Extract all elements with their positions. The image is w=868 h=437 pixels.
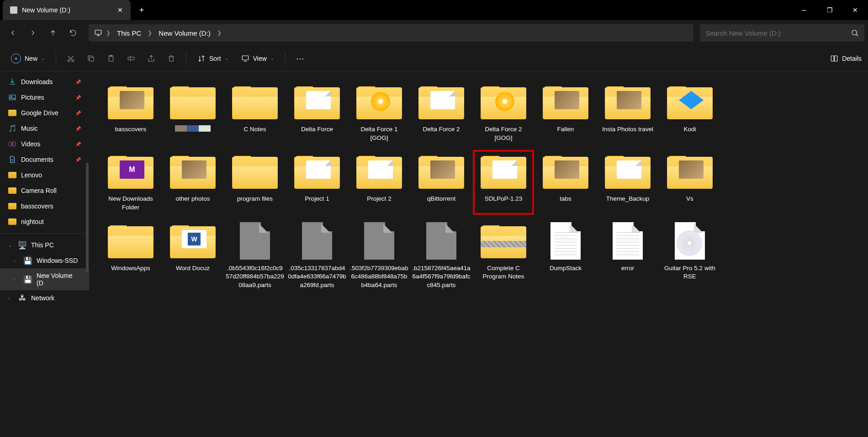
folder-item[interactable]: Project 1: [286, 150, 348, 215]
chevron-right-icon[interactable]: ❯: [106, 30, 111, 36]
search-input[interactable]: [705, 29, 851, 37]
folder-item[interactable]: Insta Photos travel: [597, 80, 658, 145]
file-item[interactable]: .035c13317837abd40dfa4e633f66a7479ba269f…: [286, 219, 348, 293]
sort-icon: [197, 54, 206, 63]
sidebar-this-pc[interactable]: ⌄ 🖥️ This PC: [0, 237, 89, 253]
refresh-button[interactable]: [64, 24, 82, 42]
folder-item[interactable]: qBittorrent: [411, 150, 472, 215]
folder-item[interactable]: Delta Force 2 [GOG]: [473, 80, 534, 145]
sidebar-item[interactable]: Google Drive 📌: [0, 105, 89, 121]
share-button[interactable]: [143, 50, 159, 67]
more-button[interactable]: ⋯: [292, 50, 308, 67]
new-tab-button[interactable]: +: [133, 2, 150, 18]
folder-item[interactable]: WWord Docuz: [162, 219, 223, 293]
window-tab[interactable]: New Volume (D:) ✕: [3, 0, 131, 20]
sidebar-item[interactable]: Documents 📌: [0, 152, 89, 167]
view-label: View: [253, 55, 267, 62]
folder-item[interactable]: tabs: [535, 150, 596, 215]
sidebar-drive-ssd[interactable]: › 💾 Windows-SSD: [0, 253, 89, 268]
item-label: C Notes: [244, 125, 266, 134]
svg-rect-9: [831, 56, 834, 61]
breadcrumb-this-pc[interactable]: This PC: [114, 27, 144, 39]
item-thumbnail: [106, 222, 155, 260]
forward-button[interactable]: [24, 24, 42, 42]
folder-item[interactable]: SDLPoP-1.23: [473, 150, 534, 215]
folder-item[interactable]: MNew Downloads Folder: [100, 150, 161, 215]
file-item[interactable]: DumpStack: [535, 219, 596, 293]
folder-item[interactable]: program files: [224, 150, 286, 215]
back-button[interactable]: [4, 24, 22, 42]
up-button[interactable]: [44, 24, 62, 42]
item-thumbnail: [479, 83, 528, 121]
svg-rect-4: [90, 57, 94, 61]
delete-button[interactable]: [163, 50, 180, 67]
item-thumbnail: [417, 153, 466, 190]
scrollbar[interactable]: [86, 163, 89, 272]
file-item[interactable]: error: [597, 219, 658, 293]
sidebar-drive-d[interactable]: › 💾 New Volume (D: [0, 268, 89, 290]
expand-icon[interactable]: ›: [8, 296, 14, 301]
folder-item[interactable]: other photos: [162, 150, 223, 215]
folder-item[interactable]: Fallen: [535, 80, 596, 145]
folder-item[interactable]: [162, 80, 223, 145]
sidebar-item[interactable]: Camera Roll: [0, 183, 89, 198]
breadcrumb-volume[interactable]: New Volume (D:): [156, 27, 213, 39]
folder-item[interactable]: C Notes: [224, 80, 286, 145]
folder-item[interactable]: Delta Force: [286, 80, 348, 145]
pin-icon: 📌: [75, 111, 81, 116]
item-label: Theme_Backup: [606, 195, 650, 203]
maximize-button[interactable]: ❐: [817, 0, 842, 20]
paste-button[interactable]: [103, 50, 119, 67]
file-item[interactable]: .503f2b7739309ebab6c486a88bf848a75bb4ba6…: [349, 219, 410, 293]
sidebar-item[interactable]: Videos 📌: [0, 136, 89, 152]
item-thumbnail: [541, 83, 590, 121]
sort-button[interactable]: Sort ⌄: [193, 52, 233, 65]
address-bar[interactable]: ❯ This PC ❯ New Volume (D:) ❯: [89, 24, 693, 42]
new-button[interactable]: + New ⌄: [6, 51, 49, 66]
folder-item[interactable]: Complete C Program Notes: [473, 219, 534, 293]
sidebar-item[interactable]: basscovers: [0, 198, 89, 214]
sort-label: Sort: [209, 55, 221, 62]
svg-rect-0: [95, 30, 101, 34]
search-bar[interactable]: [700, 24, 864, 42]
chevron-right-icon[interactable]: ❯: [217, 30, 222, 36]
expand-icon[interactable]: ⌄: [8, 243, 14, 248]
sidebar-item[interactable]: 🎵 Music 📌: [0, 121, 89, 136]
details-button[interactable]: Details: [830, 54, 862, 63]
close-window-button[interactable]: ✕: [842, 0, 868, 20]
item-thumbnail: [230, 222, 280, 260]
item-thumbnail: [230, 153, 280, 190]
folder-item[interactable]: basscovers: [100, 80, 161, 145]
folder-item[interactable]: Kodi: [659, 80, 720, 145]
folder-icon: [8, 218, 16, 226]
folder-item[interactable]: Project 2: [349, 150, 410, 215]
sidebar-item[interactable]: nightout: [0, 214, 89, 229]
folder-item[interactable]: Vs: [659, 150, 720, 215]
item-thumbnail: [603, 83, 652, 121]
cut-button[interactable]: [63, 50, 79, 67]
sidebar-item[interactable]: Lenovo: [0, 167, 89, 183]
sidebar-item[interactable]: Downloads 📌: [0, 74, 89, 90]
file-item[interactable]: Guitar Pro 5.2 with RSE: [659, 219, 720, 293]
folder-item[interactable]: Delta Force 1 [GOG]: [349, 80, 410, 145]
expand-icon[interactable]: ›: [14, 258, 19, 263]
file-item[interactable]: .0b5543f0c16f2c0c957d20ff884b57ba22908aa…: [224, 219, 286, 293]
close-tab-button[interactable]: ✕: [117, 7, 123, 13]
item-label: error: [621, 264, 635, 273]
folder-item[interactable]: Theme_Backup: [597, 150, 658, 215]
sidebar-item[interactable]: Pictures 📌: [0, 90, 89, 105]
view-button[interactable]: View ⌄: [237, 52, 279, 65]
expand-icon[interactable]: ›: [14, 277, 19, 282]
sidebar-network[interactable]: › 🖧 Network: [0, 290, 89, 306]
folder-icon: [8, 171, 16, 179]
copy-button[interactable]: [83, 50, 99, 67]
item-label: other photos: [175, 195, 210, 203]
item-label: Vs: [686, 195, 693, 203]
chevron-right-icon[interactable]: ❯: [148, 30, 152, 36]
minimize-button[interactable]: ─: [791, 0, 817, 20]
file-item[interactable]: .b2158726f45aea41a6a4f567f9a79fd9bafcc84…: [411, 219, 472, 293]
folder-item[interactable]: Delta Force 2: [411, 80, 472, 145]
folder-item[interactable]: WindowsApps: [100, 219, 161, 293]
item-thumbnail: [417, 83, 466, 121]
rename-button[interactable]: [123, 50, 139, 67]
